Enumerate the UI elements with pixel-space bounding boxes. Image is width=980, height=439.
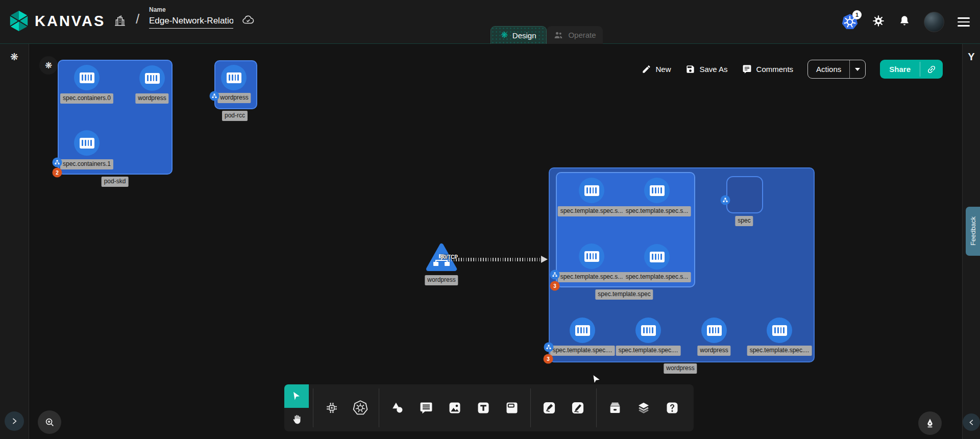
- expand-right-panel-button[interactable]: [963, 413, 980, 431]
- node-container[interactable]: [701, 318, 727, 343]
- image-tool-button[interactable]: [442, 384, 468, 431]
- node-container[interactable]: [74, 130, 100, 156]
- snowflake-badge-icon[interactable]: ❋: [39, 56, 58, 75]
- hand-icon: [291, 414, 302, 425]
- design-canvas[interactable]: New Save As Comments Actions Share: [29, 44, 962, 439]
- edge-port-label: 80/TCP: [440, 254, 458, 260]
- y-icon[interactable]: Y: [968, 51, 974, 63]
- user-avatar[interactable]: [924, 12, 944, 32]
- text-icon: [476, 401, 491, 415]
- kubernetes-tool-button[interactable]: [347, 384, 374, 431]
- node-label: spec: [735, 216, 753, 226]
- image-icon: [448, 401, 462, 415]
- organization-icon[interactable]: [113, 13, 127, 30]
- text-tool-button[interactable]: [470, 384, 497, 431]
- new-button[interactable]: New: [642, 64, 671, 74]
- node-label: wordpress: [697, 346, 730, 356]
- sitemap-icon: [723, 198, 728, 203]
- chevron-left-icon: [968, 419, 975, 426]
- node-container[interactable]: [644, 244, 670, 270]
- tab-design[interactable]: ❋ Design: [491, 26, 547, 44]
- share-button[interactable]: Share: [880, 60, 943, 79]
- layers-tool-button[interactable]: [630, 384, 657, 431]
- canvas-toolbar: [284, 384, 694, 431]
- actions-dropdown-button[interactable]: Actions: [807, 60, 866, 79]
- save-as-button[interactable]: Save As: [685, 64, 728, 74]
- container-icon: [707, 325, 722, 336]
- magnifier-plus-icon: [44, 417, 55, 428]
- pencil-icon: [642, 64, 651, 74]
- saved-components-tool-button[interactable]: [602, 384, 628, 431]
- share-link-icon[interactable]: [920, 60, 943, 79]
- feedback-tab[interactable]: Feedback: [966, 207, 980, 256]
- designs-spiral-icon[interactable]: ❋: [10, 51, 18, 63]
- group-hierarchy-badge[interactable]: [544, 343, 554, 352]
- select-tool-button[interactable]: [284, 384, 309, 408]
- group-count-badge[interactable]: 2: [53, 168, 62, 178]
- notifications-bell-icon[interactable]: [898, 15, 911, 29]
- node-container[interactable]: [570, 318, 595, 343]
- pen-tool-button[interactable]: [536, 384, 562, 431]
- node-label: spec.containers.1: [60, 159, 113, 169]
- node-container[interactable]: [74, 65, 100, 90]
- actions-label: Actions: [808, 60, 849, 78]
- group-hierarchy-badge[interactable]: [210, 91, 219, 101]
- tab-operate[interactable]: Operate: [547, 26, 603, 44]
- kanvas-app: KANVAS / Name ❋ Design: [0, 0, 980, 439]
- sitemap-icon: [212, 93, 217, 99]
- group-hierarchy-badge[interactable]: [550, 270, 560, 280]
- group-spec-template-spec[interactable]: [556, 172, 695, 287]
- node-container[interactable]: [139, 65, 165, 91]
- container-icon: [584, 185, 599, 196]
- pencil-tool-button[interactable]: [565, 384, 591, 431]
- group-hierarchy-badge[interactable]: [53, 158, 62, 167]
- comments-button[interactable]: Comments: [742, 64, 794, 74]
- edge-service-to-deployment[interactable]: [449, 258, 542, 261]
- container-icon: [80, 72, 94, 83]
- node-container[interactable]: [635, 318, 661, 343]
- kubernetes-helm-icon: [353, 400, 368, 416]
- design-name-input[interactable]: [149, 15, 233, 29]
- operate-people-icon: [553, 30, 564, 40]
- caret-down-icon: [855, 68, 860, 71]
- brand[interactable]: KANVAS: [8, 9, 105, 33]
- cloud-saved-icon: [241, 13, 255, 29]
- settings-gear-icon[interactable]: [872, 14, 885, 30]
- node-container[interactable]: [221, 65, 247, 90]
- design-name-block: Name: [149, 6, 233, 29]
- design-spiral-icon: ❋: [501, 31, 507, 39]
- components-tool-button[interactable]: [318, 384, 345, 431]
- sitemap-icon: [546, 345, 552, 350]
- toolbar-divider: [530, 388, 531, 427]
- node-container[interactable]: [579, 243, 604, 269]
- group-count-badge[interactable]: 3: [550, 281, 560, 291]
- kubernetes-context-button[interactable]: 1: [841, 13, 859, 31]
- comment-tool-button[interactable]: [413, 384, 439, 431]
- zoom-in-button[interactable]: [38, 410, 61, 434]
- sitemap-icon: [55, 160, 60, 165]
- pan-tool-button[interactable]: [284, 408, 309, 431]
- node-spec[interactable]: [726, 176, 763, 213]
- help-tool-button[interactable]: [659, 384, 685, 431]
- canvas-actionbar: New Save As Comments Actions Share: [642, 60, 943, 79]
- chevron-right-icon: [10, 417, 18, 425]
- container-icon: [575, 325, 590, 336]
- tab-operate-label: Operate: [568, 31, 596, 39]
- drawer-icon: [608, 401, 622, 415]
- node-container[interactable]: [767, 318, 792, 343]
- note-tool-button[interactable]: [499, 384, 525, 431]
- node-container[interactable]: [644, 178, 670, 203]
- new-label: New: [656, 65, 671, 74]
- menu-hamburger-icon[interactable]: [958, 17, 970, 27]
- comment-icon: [742, 64, 752, 74]
- group-label: pod-rcc: [222, 111, 248, 121]
- actions-caret[interactable]: [850, 60, 865, 78]
- group-hierarchy-badge[interactable]: [721, 196, 730, 205]
- shapes-tool-button[interactable]: [384, 384, 411, 431]
- pen-nib-button[interactable]: [918, 411, 942, 435]
- group-count-badge[interactable]: 3: [544, 354, 553, 364]
- expand-left-panel-button[interactable]: [5, 411, 24, 431]
- pen-nib-icon: [924, 418, 936, 429]
- note-icon: [505, 401, 519, 415]
- node-container[interactable]: [579, 178, 604, 203]
